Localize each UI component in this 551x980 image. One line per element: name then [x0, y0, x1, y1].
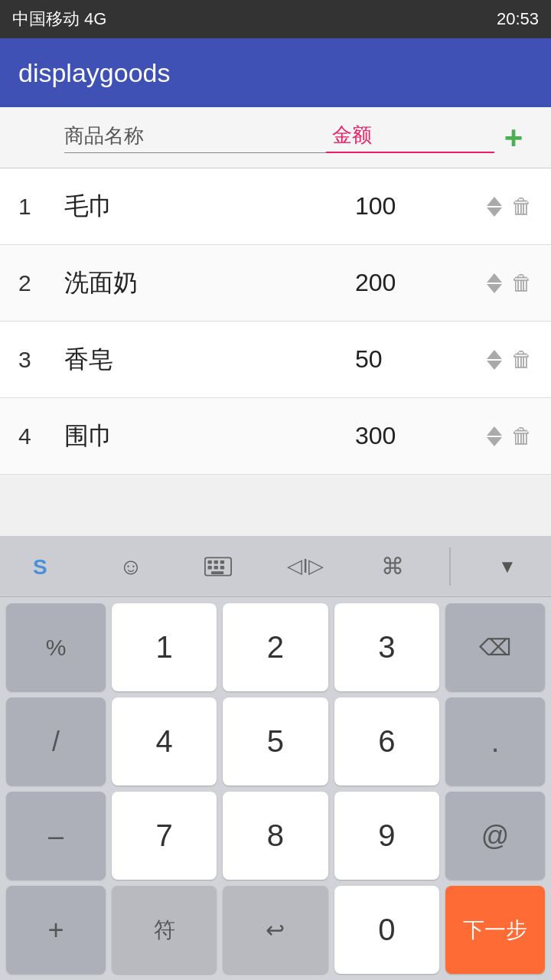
item-controls: 🗑 — [487, 347, 533, 372]
time-text: 20:53 — [497, 9, 539, 29]
command-button[interactable]: ⌘ — [362, 544, 423, 590]
svg-rect-4 — [220, 560, 224, 564]
sort-down-icon — [487, 207, 502, 217]
table-row: 3 香皂 50 🗑 — [0, 322, 551, 398]
sort-button[interactable] — [487, 197, 502, 217]
key-3[interactable]: 3 — [334, 603, 439, 691]
keyboard-collapse-button[interactable]: ▼ — [477, 544, 538, 590]
status-right: 20:53 — [497, 9, 539, 29]
item-controls: 🗑 — [487, 270, 533, 296]
key-minus[interactable]: – — [6, 792, 106, 880]
key-dot[interactable]: . — [445, 697, 545, 786]
delete-button[interactable]: 🗑 — [511, 270, 533, 296]
table-row: 1 毛巾 100 🗑 — [0, 168, 551, 245]
key-9[interactable]: 9 — [334, 792, 439, 880]
delete-button[interactable]: 🗑 — [511, 423, 533, 449]
item-name: 洗面奶 — [64, 266, 349, 300]
app-bar: displaygoods — [0, 38, 551, 107]
header-name: 商品名称 — [64, 122, 326, 153]
svg-rect-6 — [214, 566, 218, 570]
cursor-move-button[interactable]: ◁I▷ — [275, 544, 336, 590]
key-fu[interactable]: 符 — [112, 886, 217, 974]
sort-up-icon — [487, 197, 502, 206]
key-percent[interactable]: % — [6, 603, 106, 691]
item-number: 4 — [18, 423, 64, 449]
keyboard-toolbar: S ☺ ◁I▷ ⌘ ▼ — [0, 536, 551, 597]
item-name: 香皂 — [64, 343, 349, 377]
item-name: 围巾 — [64, 420, 349, 453]
table-row: 4 围巾 300 🗑 — [0, 398, 551, 475]
sort-up-icon — [487, 273, 502, 283]
key-8[interactable]: 8 — [223, 792, 328, 880]
item-amount: 100 — [349, 192, 487, 220]
app-title: displaygoods — [18, 58, 170, 88]
svg-rect-8 — [211, 571, 223, 574]
keyboard-layout-button[interactable] — [187, 544, 249, 590]
sort-button[interactable] — [487, 273, 502, 293]
key-7[interactable]: 7 — [112, 792, 217, 880]
numpad-row-3: – 7 8 9 @ — [6, 792, 545, 880]
key-plus[interactable]: + — [6, 886, 106, 974]
key-next[interactable]: 下一步 — [445, 886, 545, 974]
key-at[interactable]: @ — [445, 792, 545, 880]
header-amount: 金额 — [326, 122, 494, 153]
svg-rect-5 — [208, 566, 212, 570]
key-back[interactable]: ↩ — [223, 886, 328, 974]
sort-up-icon — [487, 350, 502, 359]
item-number: 1 — [18, 194, 64, 220]
key-2[interactable]: 2 — [223, 603, 328, 691]
sort-down-icon — [487, 284, 502, 293]
sort-up-icon — [487, 426, 502, 436]
item-controls: 🗑 — [487, 423, 533, 449]
key-1[interactable]: 1 — [112, 603, 217, 691]
backspace-key[interactable]: ⌫ — [445, 603, 545, 691]
svg-rect-7 — [220, 566, 224, 570]
svg-rect-3 — [214, 560, 218, 564]
status-left: 中国移动 4G — [12, 8, 106, 31]
toolbar-divider — [449, 547, 451, 586]
item-amount: 50 — [349, 345, 487, 374]
delete-button[interactable]: 🗑 — [511, 194, 533, 219]
key-6[interactable]: 6 — [334, 697, 439, 786]
add-item-button[interactable]: + — [494, 122, 533, 154]
sort-down-icon — [487, 361, 502, 370]
key-5[interactable]: 5 — [223, 697, 328, 786]
key-0[interactable]: 0 — [334, 886, 439, 974]
numpad-row-2: / 4 5 6 . — [6, 697, 545, 786]
item-amount: 300 — [349, 422, 487, 450]
item-controls: 🗑 — [487, 194, 533, 219]
key-4[interactable]: 4 — [112, 697, 217, 786]
item-amount: 200 — [349, 269, 487, 297]
svg-text:S: S — [33, 555, 47, 579]
item-number: 3 — [18, 347, 64, 373]
item-name: 毛巾 — [64, 190, 349, 224]
numpad-row-1: % 1 2 3 ⌫ — [6, 603, 545, 691]
carrier-text: 中国移动 4G — [12, 8, 106, 31]
numpad-row-4: + 符 ↩ 0 下一步 — [6, 886, 545, 974]
item-number: 2 — [18, 270, 64, 296]
emoji-button[interactable]: ☺ — [100, 544, 161, 590]
svg-rect-2 — [208, 560, 212, 564]
status-bar: 中国移动 4G 20:53 — [0, 0, 551, 38]
content-area: 商品名称 金额 + 1 毛巾 100 🗑 2 洗面奶 200 🗑 3 香皂 — [0, 107, 551, 475]
table-header: 商品名称 金额 + — [0, 107, 551, 168]
delete-button[interactable]: 🗑 — [511, 347, 533, 372]
sort-button[interactable] — [487, 350, 502, 370]
key-slash[interactable]: / — [6, 697, 106, 786]
numpad: % 1 2 3 ⌫ / 4 5 6 . – 7 8 9 @ + 符 ↩ 0 — [0, 597, 551, 980]
keyboard-container: S ☺ ◁I▷ ⌘ ▼ % 1 2 3 — [0, 536, 551, 980]
sogou-icon-button[interactable]: S — [13, 544, 74, 590]
table-row: 2 洗面奶 200 🗑 — [0, 245, 551, 322]
sort-down-icon — [487, 437, 502, 446]
sort-button[interactable] — [487, 426, 502, 446]
